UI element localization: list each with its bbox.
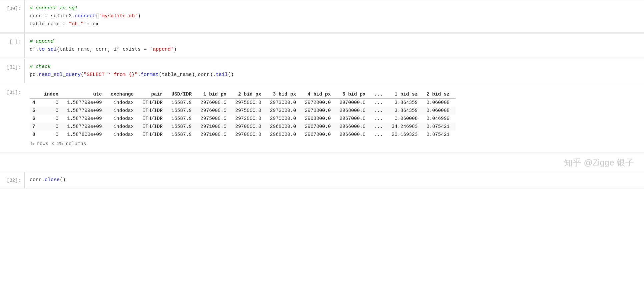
code-token: 'mysqlite.db' <box>99 13 138 19</box>
data-table: indexutcexchangepairUSD/IDR1_bid_px2_bid… <box>30 90 456 139</box>
table-cell: 15587.9 <box>169 123 198 131</box>
table-cell: 3.864359 <box>389 99 424 107</box>
cell-content-1[interactable]: # append df.to_sql(table_name, conn, if_… <box>24 34 644 58</box>
table-cell: 2968000.0 <box>267 123 302 131</box>
table-cell: 0 <box>41 115 65 123</box>
table-cell: ... <box>372 123 389 131</box>
table-cell: 3.864359 <box>389 107 424 115</box>
cell-label-5: [32]: <box>0 172 24 188</box>
table-cell: 0 <box>41 131 65 139</box>
code-token: (table_name),conn). <box>159 72 216 78</box>
cell-content-0[interactable]: # connect to sql conn = sqlite3.connect(… <box>24 0 644 32</box>
table-header: 2_bid_px <box>232 90 267 99</box>
table-cell: 6 <box>30 115 41 123</box>
table-row: 701.587799e+09indodaxETH/IDR15587.929710… <box>30 123 456 131</box>
table-cell: 1.587799e+09 <box>64 123 108 131</box>
cell-1: [ ]:# append df.to_sql(table_name, conn,… <box>0 33 644 58</box>
table-cell: 1.587799e+09 <box>64 115 108 123</box>
table-header <box>30 90 41 99</box>
code-token: ( <box>96 13 99 19</box>
table-cell: 2971000.0 <box>198 131 232 139</box>
table-cell: 0.875421 <box>424 123 456 131</box>
code-token: conn = sqlite3. <box>30 13 75 19</box>
table-cell: 0.060008 <box>424 99 456 107</box>
table-cell: indodax <box>108 131 140 139</box>
table-cell: indodax <box>108 99 140 107</box>
table-cell: 0 <box>41 107 65 115</box>
table-header: 1_bid_px <box>198 90 232 99</box>
table-cell: 1.587799e+09 <box>64 99 108 107</box>
code-token: # append <box>30 39 54 44</box>
table-cell: 2975000.0 <box>232 99 267 107</box>
table-cell: 15587.9 <box>169 99 198 107</box>
table-header: 3_bid_px <box>267 90 302 99</box>
table-cell: 5 <box>30 107 41 115</box>
code-token: connect <box>75 13 96 19</box>
code-token: conn. <box>30 177 45 183</box>
table-cell: 0.060008 <box>424 107 456 115</box>
table-row: 501.587799e+09indodaxETH/IDR15587.929760… <box>30 107 456 115</box>
code-token: table_name = <box>30 21 69 27</box>
table-cell: 2976000.0 <box>198 107 232 115</box>
table-cell: indodax <box>108 115 140 123</box>
output-table-wrapper: indexutcexchangepairUSD/IDR1_bid_px2_bid… <box>30 88 639 149</box>
table-header: index <box>41 90 65 99</box>
cell-label-0: [30]: <box>0 0 24 32</box>
table-header: 5_bid_px <box>337 90 371 99</box>
cell-0: [30]:# connect to sql conn = sqlite3.con… <box>0 0 644 33</box>
notebook: [30]:# connect to sql conn = sqlite3.con… <box>0 0 644 188</box>
table-cell: 2970000.0 <box>232 131 267 139</box>
table-cell: 0.875421 <box>424 131 456 139</box>
code-token: pd. <box>30 72 39 78</box>
table-header: pair <box>140 90 169 99</box>
code-token: "SELECT * from {}" <box>84 72 138 78</box>
cell-content-5[interactable]: conn.close() <box>24 172 644 188</box>
table-cell: indodax <box>108 107 140 115</box>
table-cell: 2976000.0 <box>198 99 232 107</box>
table-cell: indodax <box>108 123 140 131</box>
table-cell: 4 <box>30 99 41 107</box>
table-cell: 15587.9 <box>169 107 198 115</box>
table-cell: 2970000.0 <box>302 107 337 115</box>
table-cell: ETH/IDR <box>140 131 169 139</box>
code-token: tail <box>216 72 228 78</box>
cell-label-1: [ ]: <box>0 34 24 58</box>
table-header: USD/IDR <box>169 90 198 99</box>
code-token: . <box>138 72 141 78</box>
table-cell: 1.587799e+09 <box>64 107 108 115</box>
code-token: () <box>60 177 66 183</box>
table-header: 4_bid_px <box>302 90 337 99</box>
table-cell: 8 <box>30 131 41 139</box>
cell-content-2[interactable]: # check pd.read_sql_query("SELECT * from… <box>24 59 644 83</box>
cell-label-3: [31]: <box>0 84 24 152</box>
code-token: to_sql <box>39 47 57 52</box>
table-cell: 1.587800e+09 <box>64 131 108 139</box>
table-cell: ETH/IDR <box>140 107 169 115</box>
code-token: close <box>45 177 60 183</box>
cell-3: [31]:indexutcexchangepairUSD/IDR1_bid_px… <box>0 84 644 153</box>
code-token: ( <box>81 72 84 78</box>
table-cell: ETH/IDR <box>140 123 169 131</box>
code-token: # connect to sql <box>30 5 78 11</box>
table-cell: ETH/IDR <box>140 115 169 123</box>
cell-5: [32]:conn.close() <box>0 172 644 188</box>
table-cell: 0.060008 <box>389 115 424 123</box>
table-cell: 2975000.0 <box>232 107 267 115</box>
table-cell: 0 <box>41 99 65 107</box>
table-cell: 15587.9 <box>169 115 198 123</box>
table-summary: 5 rows × 25 columns <box>30 141 639 147</box>
table-cell: 2975000.0 <box>198 115 232 123</box>
watermark: 知乎 @Zigge 银子 <box>0 153 644 172</box>
table-cell: 2966000.0 <box>337 131 371 139</box>
table-cell: ... <box>372 115 389 123</box>
cell-content-3: indexutcexchangepairUSD/IDR1_bid_px2_bid… <box>24 84 644 152</box>
table-cell: 7 <box>30 123 41 131</box>
table-cell: 26.169323 <box>389 131 424 139</box>
code-token: "ob_" <box>69 21 84 27</box>
table-cell: 0 <box>41 123 65 131</box>
table-cell: 2972000.0 <box>232 115 267 123</box>
table-cell: 2968000.0 <box>267 131 302 139</box>
table-cell: ... <box>372 99 389 107</box>
code-token: 'append' <box>150 47 174 52</box>
code-token: df. <box>30 47 39 52</box>
